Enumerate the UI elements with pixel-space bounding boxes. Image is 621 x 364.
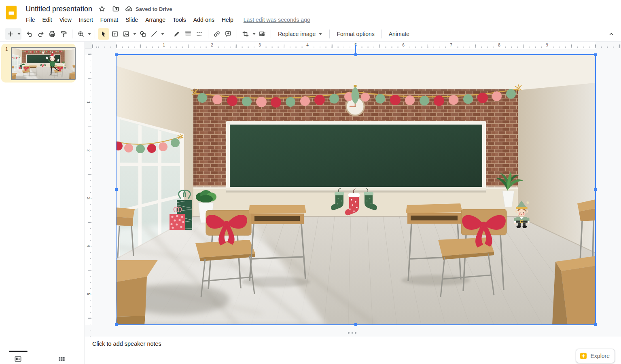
vertical-ruler[interactable]: 1 2 3 4 5 — [85, 49, 92, 337]
menu-tools[interactable]: Tools — [169, 15, 190, 25]
replace-image-label: Replace image — [278, 31, 316, 37]
text-box-icon — [111, 30, 119, 38]
filmstrip-view-button[interactable] — [13, 354, 23, 364]
slides-logo-icon[interactable] — [6, 5, 17, 22]
insert-link-button[interactable] — [211, 28, 223, 40]
ruler-number: 6 — [401, 42, 406, 48]
toolbar-separator — [237, 30, 237, 38]
selection-handle-middle-left[interactable] — [115, 188, 118, 191]
ruler-number: 2 — [210, 42, 214, 48]
active-view-indicator — [9, 351, 28, 352]
caret-down-icon — [252, 32, 256, 36]
hide-menus-button[interactable] — [606, 28, 617, 40]
app-header: Untitled presentation Saved to Drive Fil… — [0, 0, 621, 26]
paint-format-button[interactable] — [58, 28, 69, 40]
menu-help[interactable]: Help — [218, 15, 237, 25]
crop-image-button[interactable] — [240, 28, 251, 40]
selection-handle-bottom-right[interactable] — [594, 323, 597, 326]
border-dash-button[interactable] — [194, 28, 205, 40]
menu-format[interactable]: Format — [97, 15, 122, 25]
toolbar-separator — [329, 30, 330, 38]
crop-icon — [242, 30, 249, 38]
explore-button[interactable]: Explore — [576, 349, 615, 363]
filmstrip-view-icon — [15, 356, 21, 362]
crop-caret[interactable] — [251, 28, 256, 40]
caret-down-icon — [133, 32, 137, 36]
slide-thumbnail-selected[interactable]: 1 — [1, 44, 76, 83]
insert-image-button[interactable] — [121, 28, 132, 40]
cloud-saved-icon — [125, 5, 133, 13]
selection-handle-bottom-center[interactable] — [354, 323, 357, 326]
selection-handle-top-right[interactable] — [594, 53, 597, 56]
print-icon — [49, 30, 56, 38]
insert-shape-button[interactable] — [137, 28, 148, 40]
speaker-notes-panel[interactable]: Click to add speaker notes Explore — [85, 337, 621, 364]
caret-down-icon — [161, 32, 165, 36]
horizontal-ruler[interactable]: 1 2 3 4 5 6 7 8 9 — [92, 42, 621, 49]
undo-button[interactable] — [24, 28, 35, 40]
mask-image-icon — [259, 30, 266, 38]
star-button[interactable] — [97, 4, 107, 14]
text-box-button[interactable] — [109, 28, 121, 40]
insert-line-caret[interactable] — [160, 28, 165, 40]
link-icon — [213, 30, 220, 38]
select-arrow-icon — [100, 30, 107, 38]
menu-file[interactable]: File — [22, 15, 39, 25]
insert-line-button[interactable] — [148, 28, 160, 40]
animate-button[interactable]: Animate — [385, 29, 413, 39]
menu-insert[interactable]: Insert — [75, 15, 97, 25]
new-slide-button[interactable] — [5, 28, 21, 40]
toolbar-separator — [271, 30, 271, 38]
zoom-caret[interactable] — [87, 28, 92, 40]
menu-slide[interactable]: Slide — [122, 15, 142, 25]
menu-arrange[interactable]: Arrange — [142, 15, 169, 25]
slide-number: 1 — [5, 46, 8, 52]
paint-format-icon — [60, 30, 67, 38]
grid-view-icon — [58, 356, 65, 362]
zoom-button[interactable] — [75, 28, 87, 40]
selection-handle-top-left[interactable] — [115, 53, 118, 56]
grid-view-button[interactable] — [57, 354, 66, 364]
slide-thumbnail-image[interactable] — [11, 47, 76, 80]
explore-label: Explore — [591, 353, 610, 359]
insert-image-caret[interactable] — [132, 28, 137, 40]
pencil-icon — [173, 30, 180, 38]
print-button[interactable] — [47, 28, 58, 40]
last-edit-link[interactable]: Last edit was seconds ago — [244, 17, 310, 23]
plus-icon — [7, 30, 14, 38]
slide-image[interactable] — [116, 55, 596, 325]
menu-edit[interactable]: Edit — [39, 15, 56, 25]
ruler-number: 3 — [86, 196, 91, 201]
save-status-label: Saved to Drive — [136, 6, 172, 12]
shape-icon — [139, 30, 146, 38]
dot — [348, 332, 350, 334]
redo-button[interactable] — [35, 28, 47, 40]
replace-image-button[interactable]: Replace image — [274, 29, 326, 39]
menu-view[interactable]: View — [56, 15, 75, 25]
caret-down-icon — [17, 32, 21, 36]
ruler-number: 7 — [449, 42, 454, 48]
mask-image-button[interactable] — [256, 28, 268, 40]
save-status[interactable]: Saved to Drive — [125, 5, 172, 13]
notes-resize-handle[interactable] — [348, 332, 356, 334]
classroom-image — [116, 55, 596, 325]
select-tool-button[interactable] — [98, 28, 109, 40]
border-color-button[interactable] — [171, 28, 182, 40]
zoom-icon — [77, 30, 85, 38]
title-row: Untitled presentation Saved to Drive — [24, 3, 172, 15]
move-to-folder-button[interactable] — [110, 4, 121, 14]
speaker-notes-placeholder[interactable]: Click to add speaker notes — [92, 341, 161, 347]
menu-addons[interactable]: Add-ons — [190, 15, 218, 25]
toolbar-separator — [382, 30, 382, 38]
dot — [352, 332, 353, 334]
selection-handle-middle-right[interactable] — [594, 188, 597, 191]
selection-handle-bottom-left[interactable] — [115, 323, 118, 326]
border-weight-button[interactable] — [182, 28, 194, 40]
caret-down-icon — [318, 32, 322, 36]
document-title[interactable]: Untitled presentation — [24, 4, 93, 14]
insert-comment-button[interactable] — [223, 28, 234, 40]
ruler-number: 4 — [86, 243, 91, 248]
ruler-number: 2 — [86, 148, 91, 153]
format-options-button[interactable]: Format options — [333, 29, 378, 39]
selection-handle-top-center[interactable] — [354, 53, 357, 56]
